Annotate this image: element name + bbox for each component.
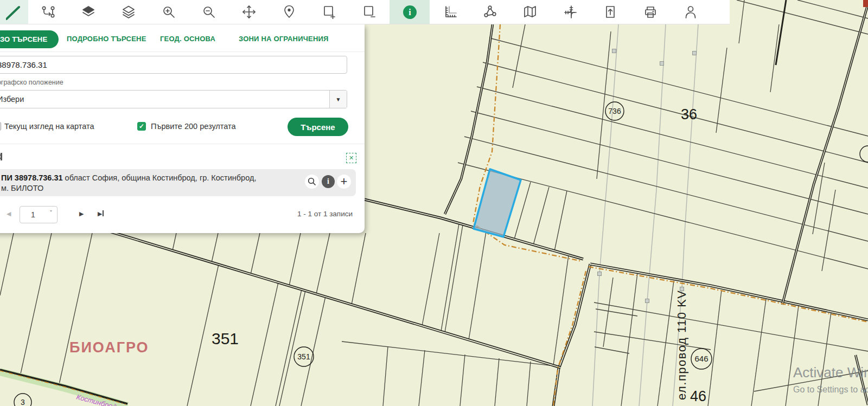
svg-text:i: i <box>409 8 411 17</box>
map-label-circle-646: 646 <box>694 354 708 363</box>
search-panel: БЪРЗО ТЪРСЕНЕ ПОДРОБНО ТЪРСЕНЕ ГЕОД. ОСН… <box>0 24 365 233</box>
layers-outline-icon <box>122 5 136 19</box>
tab-restriction-zones[interactable]: ЗОНИ НА ОГРАНИЧЕНИЯ <box>239 35 329 43</box>
box-zoom-in-tool-button[interactable] <box>309 0 349 24</box>
activation-line1: Activate Windows <box>793 364 868 381</box>
result-add-button[interactable]: + <box>337 175 351 189</box>
chevron-down-icon: ˇ <box>50 210 52 217</box>
page-number: 1 <box>31 210 35 219</box>
tab-quick-search[interactable]: БЪРЗО ТЪРСЕНЕ <box>0 30 59 48</box>
results-grid-icon <box>0 152 4 164</box>
result-desc1: област София, община Костинброд, гр. Кос… <box>65 173 257 182</box>
layers-filled-icon <box>81 5 95 19</box>
tab-quick-search-label: БЪРЗО ТЪРСЕНЕ <box>0 35 47 43</box>
zoom-in-tool-button[interactable] <box>149 0 189 24</box>
result-zoom-button[interactable] <box>305 175 319 189</box>
tab-detailed-search[interactable]: ПОДРОБНО ТЪРСЕНЕ <box>67 35 146 43</box>
box-zoom-out-icon <box>362 5 376 19</box>
map-label-46: 46 <box>690 388 706 404</box>
plus-icon: + <box>341 176 348 187</box>
export-tool-button[interactable] <box>590 0 630 24</box>
workflow-icon <box>41 5 55 19</box>
pagination-prev-button[interactable]: ◀ <box>7 210 11 217</box>
first-200-checkbox-label: Първите 200 резултата <box>151 122 236 131</box>
coordinates-icon <box>563 5 577 19</box>
geo-location-label: Географско положение <box>0 79 63 86</box>
corner-red-mark <box>863 0 868 7</box>
geo-location-select[interactable]: Избери ▼ <box>0 90 347 108</box>
polygon-icon <box>483 5 497 19</box>
pagination-summary: 1 - 1 от 1 записи <box>297 210 353 218</box>
first-200-checkbox[interactable]: ✓ <box>137 122 146 131</box>
box-zoom-out-tool-button[interactable] <box>349 0 390 24</box>
pagination-last-button[interactable]: ▶ <box>98 210 104 217</box>
current-view-checkbox-label: Текущ изглед на картата <box>4 122 94 131</box>
map-label-circle-3: 3 <box>21 398 25 406</box>
export-icon <box>603 5 617 19</box>
windows-activation-watermark: Activate Windows Go to Settings to activ… <box>793 364 868 395</box>
print-tool-button[interactable] <box>630 0 671 24</box>
map-icon <box>523 5 537 19</box>
user-icon <box>684 5 698 19</box>
result-text: ПИ 38978.736.31 област София, община Кос… <box>1 173 294 194</box>
map-label-36: 36 <box>681 106 697 123</box>
result-row[interactable]: ПИ 38978.736.31 област София, община Кос… <box>0 169 356 196</box>
workflow-tool-button[interactable] <box>28 0 68 24</box>
base-map-tool-button[interactable] <box>510 0 550 24</box>
print-icon <box>643 5 658 19</box>
layers-outline-tool-button[interactable] <box>108 0 149 24</box>
zoom-to-results-icon[interactable]: ✕ <box>346 153 356 163</box>
result-id: ПИ 38978.736.31 <box>1 173 63 182</box>
layers-filled-tool-button[interactable] <box>68 0 108 24</box>
magnifier-icon <box>308 177 316 186</box>
tab-geodetic-base[interactable]: ГЕОД. ОСНОВА <box>160 35 215 43</box>
pagination-next-button[interactable]: ▶ <box>79 210 84 217</box>
measure-tool-button[interactable] <box>430 0 470 24</box>
divider <box>0 144 365 144</box>
pan-icon <box>242 5 256 19</box>
search-button[interactable]: Търсене <box>288 118 348 136</box>
zoom-in-icon <box>162 5 176 19</box>
polygon-select-tool-button[interactable] <box>470 0 510 24</box>
result-desc2: м. БИЛОТО <box>1 184 43 192</box>
bioagro-watermark: БИОАГРО <box>69 339 149 356</box>
coordinates-tool-button[interactable] <box>550 0 590 24</box>
info-icon: i <box>403 5 417 20</box>
zoom-out-tool-button[interactable] <box>189 0 229 24</box>
search-input[interactable] <box>0 56 347 74</box>
chevron-down-icon[interactable]: ▼ <box>329 91 347 108</box>
user-tool-button[interactable] <box>671 0 711 24</box>
map-label-351: 351 <box>212 330 239 347</box>
pan-tool-button[interactable] <box>229 0 269 24</box>
geo-select-value: Избери <box>0 95 24 104</box>
powerline-label: ел.провод 110 KV <box>675 289 688 400</box>
location-pin-tool-button[interactable] <box>269 0 309 24</box>
pagination-page-select[interactable]: 1 ˇ <box>20 206 58 223</box>
measure-icon <box>443 5 457 19</box>
main-toolbar: i <box>0 0 730 24</box>
divider <box>0 51 365 52</box>
identify-tool-button[interactable]: i <box>390 0 430 24</box>
activation-line2: Go to Settings to activate Windows. <box>793 385 868 395</box>
box-zoom-in-icon <box>322 5 336 19</box>
zoom-out-icon <box>202 5 216 19</box>
app-logo-partial <box>0 0 28 24</box>
location-pin-icon <box>282 5 296 19</box>
current-view-checkbox[interactable] <box>0 122 1 131</box>
result-info-button[interactable]: i <box>322 175 335 188</box>
map-label-circle-351: 351 <box>297 352 310 361</box>
map-label-circle-736: 736 <box>608 107 621 115</box>
